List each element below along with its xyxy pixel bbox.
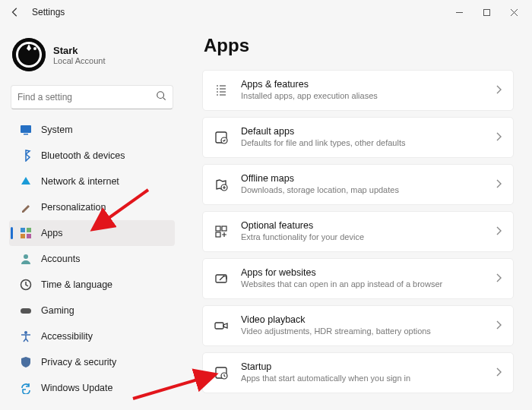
minimize-icon [455,8,464,17]
card-title: Optional features [241,220,483,232]
chevron-right-icon [495,225,502,238]
svg-rect-11 [27,234,31,238]
card-subtitle: Downloads, storage location, map updates [241,185,483,196]
card-subtitle: Extra functionality for your device [241,232,483,243]
sidebar-item-label: Personalization [41,202,106,213]
card-title: Default apps [241,126,483,138]
settings-window: Settings [0,0,532,410]
close-button[interactable] [500,2,527,23]
svg-rect-14 [21,308,31,314]
maximize-icon [483,8,491,17]
profile-subtitle: Local Account [53,56,106,65]
sidebar-item-label: Accessibility [41,331,93,342]
sidebar-item-system[interactable]: System [9,117,175,143]
card-title: Apps & features [241,79,483,91]
svg-point-5 [157,92,164,99]
chevron-right-icon [495,319,502,333]
sidebar-item-label: Windows Update [41,383,113,393]
bluetooth-icon [20,150,32,162]
card-title: Startup [241,361,483,374]
sidebar-item-label: Network & internet [41,176,119,187]
svg-rect-21 [216,232,220,237]
sidebar-item-accessibility[interactable]: Accessibility [9,323,175,349]
list-icon [214,83,229,98]
svg-rect-8 [21,228,25,232]
search-icon [156,90,166,104]
profile-block[interactable]: Stark Local Account [9,35,175,82]
sidebar-item-label: Time & language [41,279,112,290]
apps-icon [20,227,32,239]
card-subtitle: Websites that can open in an app instead… [241,279,483,290]
gaming-icon [20,304,32,317]
card-title: Apps for websites [241,267,483,279]
back-button[interactable] [5,2,26,23]
sidebar: Stark Local Account System Bluetooth & d… [0,24,179,410]
arrow-left-icon [10,7,21,17]
search-box[interactable] [11,85,173,109]
network-icon [20,175,32,188]
sidebar-item-accounts[interactable]: Accounts [9,246,175,272]
sidebar-item-label: Apps [41,228,63,238]
svg-rect-7 [24,134,28,135]
card-apps-features[interactable]: Apps & features Installed apps, app exec… [202,70,514,111]
cards-list: Apps & features Installed apps, app exec… [202,70,514,393]
card-startup[interactable]: Startup Apps that start automatically wh… [202,352,514,393]
svg-rect-9 [27,228,31,232]
card-video-playback[interactable]: Video playback Video adjustments, HDR st… [202,305,514,346]
svg-rect-10 [21,234,25,238]
link-icon [214,271,229,286]
sidebar-item-time[interactable]: Time & language [9,272,175,298]
svg-rect-19 [216,226,220,231]
card-subtitle: Defaults for file and link types, other … [241,138,483,149]
chevron-right-icon [495,131,502,144]
chevron-right-icon [495,84,502,97]
svg-point-12 [24,254,28,259]
system-icon [20,124,32,136]
card-title: Video playback [241,314,483,326]
chevron-right-icon [495,272,502,285]
accounts-icon [20,253,32,265]
svg-rect-23 [215,323,223,329]
card-offline-maps[interactable]: Offline maps Downloads, storage location… [202,164,514,205]
main-content: Apps Apps & features Installed apps, app… [179,24,532,410]
svg-point-15 [24,331,27,334]
sidebar-item-gaming[interactable]: Gaming [9,298,175,323]
page-title: Apps [204,35,514,56]
sidebar-item-network[interactable]: Network & internet [9,169,175,194]
search-input[interactable] [17,92,156,102]
card-subtitle: Video adjustments, HDR streaming, batter… [241,326,483,337]
svg-point-4 [33,47,36,50]
avatar [12,38,46,71]
window-title: Settings [32,7,65,17]
map-icon [214,177,229,192]
sidebar-item-label: Privacy & security [41,357,116,367]
card-subtitle: Apps that start automatically when you s… [241,374,483,384]
card-apps-websites[interactable]: Apps for websites Websites that can open… [202,258,514,299]
sidebar-item-privacy[interactable]: Privacy & security [9,349,175,375]
sidebar-item-update[interactable]: Windows Update [9,375,175,401]
update-icon [20,382,32,394]
sidebar-item-label: System [41,125,73,135]
card-default-apps[interactable]: Default apps Defaults for file and link … [202,117,514,158]
personalization-icon [20,201,32,213]
sidebar-item-personalization[interactable]: Personalization [9,194,175,220]
close-icon [510,8,518,17]
sidebar-item-apps[interactable]: Apps [9,220,175,246]
svg-rect-6 [21,125,31,133]
sidebar-item-bluetooth[interactable]: Bluetooth & devices [9,143,175,169]
privacy-icon [20,356,32,368]
titlebar: Settings [0,0,532,24]
maximize-button[interactable] [473,2,500,23]
card-optional-features[interactable]: Optional features Extra functionality fo… [202,211,514,252]
video-icon [214,318,229,333]
profile-name: Stark [53,45,106,56]
sidebar-item-label: Bluetooth & devices [41,150,125,161]
card-subtitle: Installed apps, app execution aliases [241,91,483,102]
startup-icon [214,365,229,380]
accessibility-icon [20,330,32,342]
chevron-right-icon [495,178,502,191]
svg-rect-20 [222,226,226,231]
default-icon [214,130,229,145]
minimize-button[interactable] [445,2,473,23]
card-title: Offline maps [241,173,483,185]
